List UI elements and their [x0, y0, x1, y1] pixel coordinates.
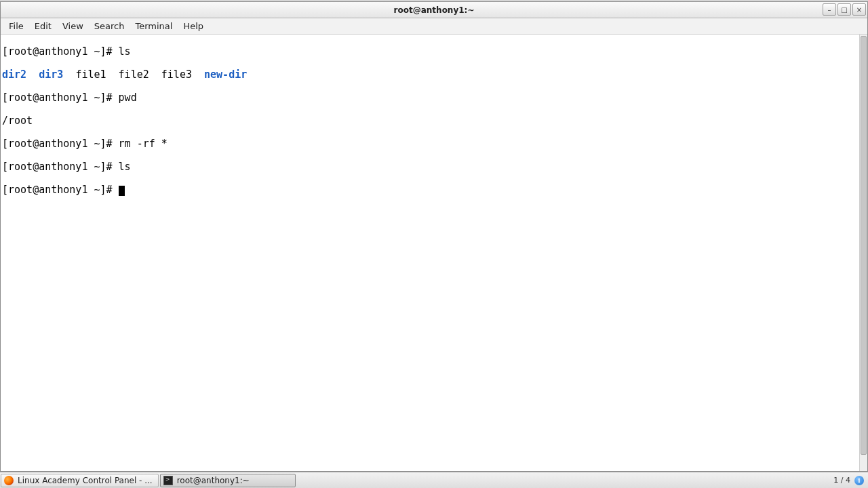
line-6: [root@anthony1 ~]#	[2, 184, 866, 196]
menu-help[interactable]: Help	[178, 20, 209, 33]
taskbar: Linux Academy Control Panel - ... root@a…	[0, 472, 868, 488]
task-firefox[interactable]: Linux Academy Control Panel - ...	[1, 474, 159, 487]
line-4: [root@anthony1 ~]# rm -rf *	[2, 138, 866, 150]
terminal-area[interactable]: [root@anthony1 ~]# ls dir2 dir3 file1 fi…	[1, 35, 867, 471]
file-entries: file1 file2 file3	[75, 68, 204, 81]
menubar: File Edit View Search Terminal Help	[1, 18, 867, 35]
cursor	[119, 186, 125, 196]
menu-search[interactable]: Search	[89, 20, 130, 33]
task-label: root@anthony1:~	[177, 476, 250, 485]
tray: 1 / 4 i	[829, 476, 868, 485]
info-icon[interactable]: i	[854, 476, 864, 485]
window-title: root@anthony1:~	[394, 5, 475, 15]
line-1: dir2 dir3 file1 file2 file3 new-dir	[2, 69, 866, 81]
line-5: [root@anthony1 ~]# ls	[2, 161, 866, 173]
task-label: Linux Academy Control Panel - ...	[18, 476, 153, 485]
line-3: /root	[2, 115, 866, 127]
task-terminal[interactable]: root@anthony1:~	[160, 474, 296, 487]
dir-entry: new-dir	[204, 68, 247, 81]
minimize-button[interactable]: –	[823, 3, 836, 16]
scrollbar-thumb[interactable]	[861, 36, 867, 455]
close-button[interactable]: ×	[852, 3, 866, 16]
workspace-indicator[interactable]: 1 / 4	[833, 476, 850, 485]
terminal-icon	[163, 476, 173, 485]
terminal-window: root@anthony1:~ – □ × File Edit View Sea…	[0, 1, 868, 472]
firefox-icon	[4, 476, 14, 485]
line-2: [root@anthony1 ~]# pwd	[2, 92, 866, 104]
menu-view[interactable]: View	[57, 20, 89, 33]
dir-entry: dir3	[39, 68, 63, 81]
maximize-button[interactable]: □	[837, 3, 851, 16]
dir-entry: dir2	[2, 68, 26, 81]
menu-file[interactable]: File	[3, 20, 29, 33]
window-controls: – □ ×	[823, 3, 866, 16]
line-0: [root@anthony1 ~]# ls	[2, 46, 866, 58]
menu-terminal[interactable]: Terminal	[130, 20, 178, 33]
menu-edit[interactable]: Edit	[29, 20, 57, 33]
scrollbar[interactable]	[859, 35, 867, 471]
titlebar[interactable]: root@anthony1:~ – □ ×	[1, 2, 867, 18]
